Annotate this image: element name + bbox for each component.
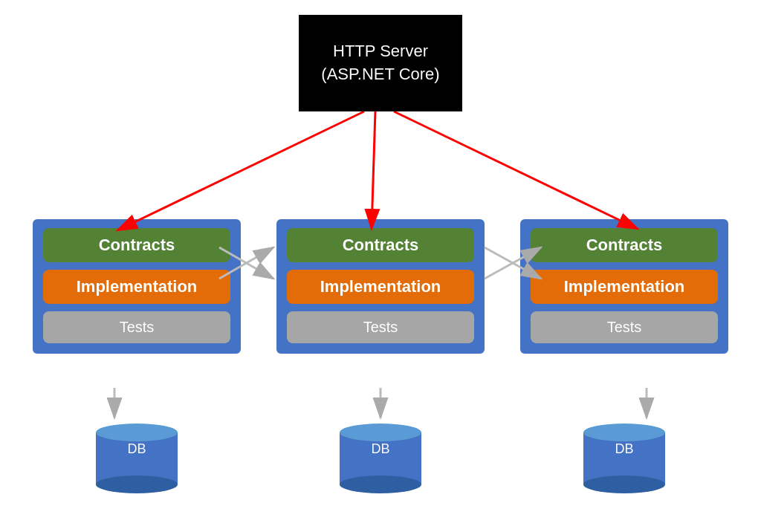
http-server-line1: HTTP Server bbox=[333, 42, 428, 60]
red-arrow-right bbox=[394, 111, 638, 229]
implementation-layer-center: Implementation bbox=[287, 270, 474, 304]
db-right-bottom bbox=[583, 476, 665, 493]
service-panel-center: Contracts Implementation Tests bbox=[276, 219, 485, 354]
implementation-layer-left: Implementation bbox=[43, 270, 230, 304]
db-center: DB bbox=[340, 424, 421, 457]
db-right: DB bbox=[583, 424, 665, 457]
tests-layer-right: Tests bbox=[531, 311, 718, 343]
diagram-container: HTTP Server (ASP.NET Core) Contracts Imp… bbox=[0, 0, 761, 532]
service-panel-left: Contracts Implementation Tests bbox=[33, 219, 241, 354]
db-center-top bbox=[340, 424, 421, 441]
services-row: Contracts Implementation Tests Contracts… bbox=[0, 219, 761, 354]
service-panel-right: Contracts Implementation Tests bbox=[520, 219, 728, 354]
db-left-bottom bbox=[96, 476, 178, 493]
tests-layer-center: Tests bbox=[287, 311, 474, 343]
contracts-layer-right: Contracts bbox=[531, 228, 718, 262]
db-center-bottom bbox=[340, 476, 421, 493]
http-server-box: HTTP Server (ASP.NET Core) bbox=[299, 15, 462, 111]
tests-layer-left: Tests bbox=[43, 311, 230, 343]
db-right-top bbox=[583, 424, 665, 441]
red-arrow-center bbox=[372, 111, 375, 229]
contracts-layer-center: Contracts bbox=[287, 228, 474, 262]
http-server-line2: (ASP.NET Core) bbox=[321, 65, 439, 83]
red-arrow-left bbox=[117, 111, 364, 230]
db-row: DB DB DB bbox=[0, 424, 761, 457]
db-left-top bbox=[96, 424, 178, 441]
contracts-layer-left: Contracts bbox=[43, 228, 230, 262]
db-left: DB bbox=[96, 424, 178, 457]
implementation-layer-right: Implementation bbox=[531, 270, 718, 304]
